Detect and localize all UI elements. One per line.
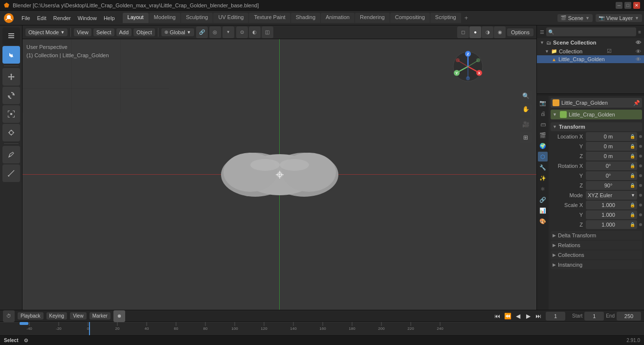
location-z-keyframe[interactable] (639, 155, 642, 158)
end-frame[interactable]: 250 (617, 312, 641, 321)
view-layer-selector[interactable]: 📷 View Layer ▼ (596, 14, 642, 22)
mode-selector[interactable]: Object Mode ▼ (25, 28, 67, 36)
object-visibility[interactable]: 👁 (636, 56, 641, 62)
jump-end-button[interactable]: ⏭ (534, 312, 543, 321)
view-menu[interactable]: View (74, 28, 91, 36)
maximize-button[interactable]: □ (624, 2, 631, 9)
location-z-field[interactable]: 0 m 🔒 (586, 152, 637, 161)
data-properties-icon[interactable]: 📊 (538, 206, 548, 215)
tab-texture-paint[interactable]: Texture Paint (249, 13, 290, 23)
wireframe-mode[interactable]: ◻ (457, 26, 469, 38)
mode-keyframe[interactable] (639, 194, 642, 197)
rotation-x-keyframe[interactable] (639, 164, 642, 167)
play-back-button[interactable]: ◀ (513, 312, 522, 321)
add-workspace-button[interactable]: + (462, 13, 471, 23)
rotation-z-field[interactable]: 90° 🔒 (586, 181, 637, 190)
scale-tool[interactable] (2, 105, 20, 123)
tab-sculpting[interactable]: Sculpting (181, 13, 213, 23)
close-button[interactable]: ✕ (633, 2, 640, 9)
proportional-edit[interactable]: ◎ (209, 26, 221, 38)
view-menu-timeline[interactable]: View (70, 312, 87, 320)
select-menu[interactable]: Select (93, 28, 114, 36)
navigation-gizmo[interactable]: Z X Y (448, 47, 488, 86)
data-block-selector[interactable]: ▼ Little_Crap_Golden (551, 110, 642, 119)
show-gizmos[interactable]: ⊙ (236, 26, 248, 38)
zoom-in-icon[interactable]: 🔍 (520, 90, 532, 102)
timeline-header-icon[interactable]: ⏱ (3, 310, 15, 322)
tab-animation[interactable]: Animation (321, 13, 355, 23)
menu-file[interactable]: File (19, 14, 33, 22)
menu-window[interactable]: Window (75, 14, 100, 22)
snap-toggle[interactable]: 🔗 (196, 26, 208, 38)
proportional-dropdown[interactable]: ▼ (222, 26, 234, 38)
tab-rendering[interactable]: Rendering (355, 13, 390, 23)
relations-section[interactable]: ▶ Relations (551, 241, 642, 250)
active-object-selector[interactable]: Little_Crap_Golden 📌 (551, 98, 642, 108)
jump-start-button[interactable]: ⏮ (493, 312, 502, 321)
scene-collection-row[interactable]: ▼ 🗂 Scene Collection 👁 (537, 38, 644, 47)
options-button[interactable]: Options (507, 28, 533, 36)
transform-tool[interactable] (2, 124, 20, 141)
scale-z-keyframe[interactable] (639, 223, 642, 226)
record-button[interactable]: ⏺ (113, 310, 125, 322)
location-y-keyframe[interactable] (639, 145, 642, 148)
scene-collection-visibility[interactable]: 👁 (636, 40, 641, 46)
show-xray[interactable]: ◫ (262, 26, 273, 38)
scale-x-keyframe[interactable] (639, 204, 642, 207)
collection-visibility[interactable]: 👁 (636, 48, 641, 54)
cursor-tool[interactable] (2, 27, 20, 45)
instancing-section[interactable]: ▶ Instancing (551, 260, 642, 269)
select-box-tool[interactable] (2, 46, 20, 64)
scale-z-field[interactable]: 1.000 🔒 (586, 220, 637, 229)
object-properties-icon[interactable]: ⬡ (538, 152, 548, 161)
rotation-y-field[interactable]: 0° 🔒 (586, 171, 637, 180)
timeline-track[interactable]: -40 -20 0 20 40 60 80 100 120 140 (0, 322, 644, 335)
viewport-canvas[interactable]: User Perspective (1) Collection | Little… (22, 39, 536, 310)
scale-y-keyframe[interactable] (639, 213, 642, 216)
title-bar-controls[interactable]: ─ □ ✕ (616, 2, 640, 9)
scale-y-field[interactable]: 1.000 🔒 (586, 210, 637, 219)
tab-layout[interactable]: Layout (123, 13, 149, 23)
add-menu[interactable]: Add (116, 28, 132, 36)
keying-menu[interactable]: Keying (46, 312, 67, 320)
rotation-z-keyframe[interactable] (639, 184, 642, 187)
transform-section-header[interactable]: ▼ Transform (551, 122, 642, 131)
playback-menu[interactable]: Playback (18, 312, 44, 320)
rotation-mode-dropdown[interactable]: XYZ Euler ▼ (586, 191, 637, 200)
delta-transform-section[interactable]: ▶ Delta Transform (551, 231, 642, 240)
current-frame[interactable]: 1 (546, 312, 565, 321)
pin-icon[interactable]: 📌 (633, 100, 640, 106)
scale-x-field[interactable]: 1.000 🔒 (586, 201, 637, 209)
tab-shading[interactable]: Shading (291, 13, 320, 23)
pan-icon[interactable]: ✋ (520, 103, 532, 115)
start-frame[interactable]: 1 (584, 312, 604, 321)
menu-help[interactable]: Help (101, 14, 118, 22)
collection-row[interactable]: ▼ 📁 Collection ☑ 👁 (537, 47, 644, 55)
render-mode[interactable]: ◉ (494, 26, 506, 38)
scene-selector[interactable]: 🎬 Scene ▼ (557, 14, 593, 22)
object-menu[interactable]: Object (133, 28, 155, 36)
move-tool[interactable] (2, 68, 20, 86)
modifier-properties-icon[interactable]: 🔧 (538, 162, 548, 172)
tab-uv-editing[interactable]: UV Editing (213, 13, 248, 23)
solid-mode[interactable]: ● (469, 26, 481, 38)
minimize-button[interactable]: ─ (616, 2, 622, 9)
output-properties-icon[interactable]: 🖨 (538, 109, 548, 118)
location-x-keyframe[interactable] (639, 135, 642, 138)
play-button[interactable]: ▶ (524, 312, 533, 321)
menu-render[interactable]: Render (50, 14, 74, 22)
material-properties-icon[interactable]: 🎨 (538, 216, 548, 226)
camera-icon[interactable]: 🎥 (520, 118, 532, 130)
rotation-x-field[interactable]: 0° 🔒 (586, 161, 637, 170)
collection-checkbox[interactable]: ☑ (607, 48, 612, 54)
tab-modeling[interactable]: Modeling (149, 13, 181, 23)
outliner-search[interactable] (546, 27, 636, 36)
measure-tool[interactable] (2, 164, 20, 182)
tab-scripting[interactable]: Scripting (430, 13, 461, 23)
physics-properties-icon[interactable]: ⚛ (538, 184, 548, 194)
tab-compositing[interactable]: Compositing (390, 13, 430, 23)
show-overlays[interactable]: ◐ (249, 26, 261, 38)
location-x-field[interactable]: 0 m 🔒 (586, 132, 637, 141)
world-properties-icon[interactable]: 🌍 (538, 141, 548, 151)
view-layer-properties-icon[interactable]: 🗃 (538, 119, 548, 129)
